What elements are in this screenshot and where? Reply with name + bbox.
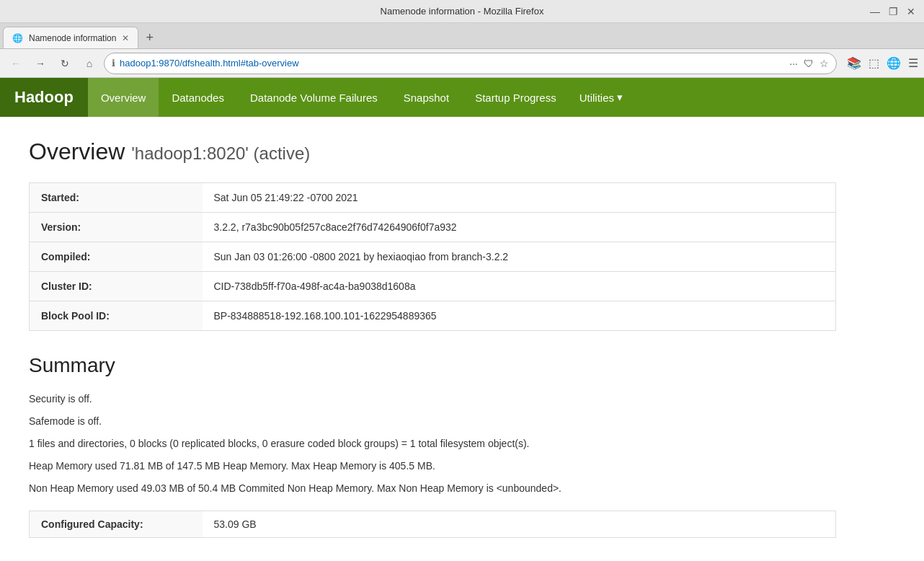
summary-lines: Security is off.Safemode is off.1 files … [29, 392, 836, 496]
overview-heading: Overview 'hadoop1:8020' (active) [29, 138, 836, 165]
minimize-button[interactable]: — [870, 6, 880, 17]
address-info-icon: ℹ [112, 58, 115, 69]
page-content: Overview 'hadoop1:8020' (active) Started… [0, 117, 865, 560]
configured-capacity-value: 53.09 GB [203, 511, 836, 538]
address-bar[interactable]: ℹ hadoop1:9870/dfshealth.html#tab-overvi… [104, 53, 837, 74]
active-tab[interactable]: 🌐 Namenode information ✕ [3, 27, 138, 48]
nav-item-datanodes[interactable]: Datanodes [159, 78, 237, 117]
overview-table: Started:Sat Jun 05 21:49:22 -0700 2021Ve… [29, 182, 836, 331]
hadoop-brand[interactable]: Hadoop [0, 78, 88, 117]
row-value: CID-738db5ff-f70a-498f-ac4a-ba9038d1608a [203, 272, 836, 301]
row-value: BP-834888518-192.168.100.101-16229548893… [203, 301, 836, 331]
browser-toolbar-right: 📚 ⬚ 🌐 ☰ [841, 56, 918, 70]
browser-addressbar: ← → ↻ ⌂ ℹ hadoop1:9870/dfshealth.html#ta… [0, 49, 924, 78]
nav-item-startup-progress[interactable]: Startup Progress [462, 78, 569, 117]
summary-line: 1 files and directories, 0 blocks (0 rep… [29, 436, 836, 451]
bookmark-icon[interactable]: ☆ [819, 58, 829, 69]
forward-button[interactable]: → [30, 53, 50, 74]
nav-item-datanode-volume-failures[interactable]: Datanode Volume Failures [237, 78, 391, 117]
utilities-caret: ▾ [617, 91, 623, 104]
summary-line: Heap Memory used 71.81 MB of 147.5 MB He… [29, 459, 836, 474]
table-row: Cluster ID:CID-738db5ff-f70a-498f-ac4a-b… [30, 272, 836, 301]
hadoop-nav-items: Overview Datanodes Datanode Volume Failu… [88, 78, 633, 117]
row-label: Started: [30, 183, 203, 213]
window-controls: — ❐ ✕ [870, 6, 915, 17]
table-row: Block Pool ID:BP-834888518-192.168.100.1… [30, 301, 836, 331]
more-options-button[interactable]: ··· [789, 58, 798, 69]
row-value: 3.2.2, r7a3bc90b05f257c8ace2f76d74264906… [203, 213, 836, 242]
tab-close-button[interactable]: ✕ [122, 33, 129, 43]
reload-button[interactable]: ↻ [55, 53, 75, 74]
row-value: Sun Jan 03 01:26:00 -0800 2021 by hexiao… [203, 242, 836, 272]
summary-line: Security is off. [29, 392, 836, 407]
back-button[interactable]: ← [6, 53, 26, 74]
table-row: Version:3.2.2, r7a3bc90b05f257c8ace2f76d… [30, 213, 836, 242]
overview-subtitle: 'hadoop1:8020' (active) [131, 143, 310, 163]
address-url: hadoop1:9870/dfshealth.html#tab-overview [120, 58, 785, 69]
summary-heading: Summary [29, 354, 836, 377]
hadoop-navbar: Hadoop Overview Datanodes Datanode Volum… [0, 78, 924, 117]
sidebar-icon[interactable]: ⬚ [869, 56, 879, 70]
utilities-label: Utilities [579, 92, 614, 104]
new-tab-button[interactable]: + [138, 27, 161, 48]
nav-item-overview[interactable]: Overview [88, 78, 159, 117]
row-label: Block Pool ID: [30, 301, 203, 331]
table-row: Configured Capacity: 53.09 GB [30, 511, 836, 538]
row-label: Compiled: [30, 242, 203, 272]
browser-tabbar: 🌐 Namenode information ✕ + [0, 23, 924, 49]
menu-icon[interactable]: ☰ [908, 56, 918, 70]
table-row: Started:Sat Jun 05 21:49:22 -0700 2021 [30, 183, 836, 213]
tab-favicon: 🌐 [12, 33, 23, 43]
firefox-account-icon[interactable]: 🌐 [887, 56, 901, 70]
home-button[interactable]: ⌂ [79, 53, 99, 74]
summary-line: Safemode is off. [29, 414, 836, 429]
configured-capacity-label: Configured Capacity: [30, 511, 203, 538]
capacity-table: Configured Capacity: 53.09 GB [29, 511, 836, 538]
library-icon[interactable]: 📚 [847, 56, 861, 70]
browser-titlebar: Namenode information - Mozilla Firefox —… [0, 0, 924, 23]
close-button[interactable]: ✕ [907, 6, 915, 17]
row-value: Sat Jun 05 21:49:22 -0700 2021 [203, 183, 836, 213]
tab-label: Namenode information [29, 33, 116, 43]
browser-title: Namenode information - Mozilla Firefox [381, 6, 544, 17]
table-row: Compiled:Sun Jan 03 01:26:00 -0800 2021 … [30, 242, 836, 272]
maximize-button[interactable]: ❐ [889, 6, 898, 17]
row-label: Version: [30, 213, 203, 242]
address-actions: ··· 🛡 ☆ [789, 58, 829, 69]
row-label: Cluster ID: [30, 272, 203, 301]
nav-item-snapshot[interactable]: Snapshot [391, 78, 462, 117]
nav-utilities-dropdown[interactable]: Utilities ▾ [569, 78, 633, 117]
summary-line: Non Heap Memory used 49.03 MB of 50.4 MB… [29, 481, 836, 496]
shield-icon[interactable]: 🛡 [804, 58, 814, 69]
